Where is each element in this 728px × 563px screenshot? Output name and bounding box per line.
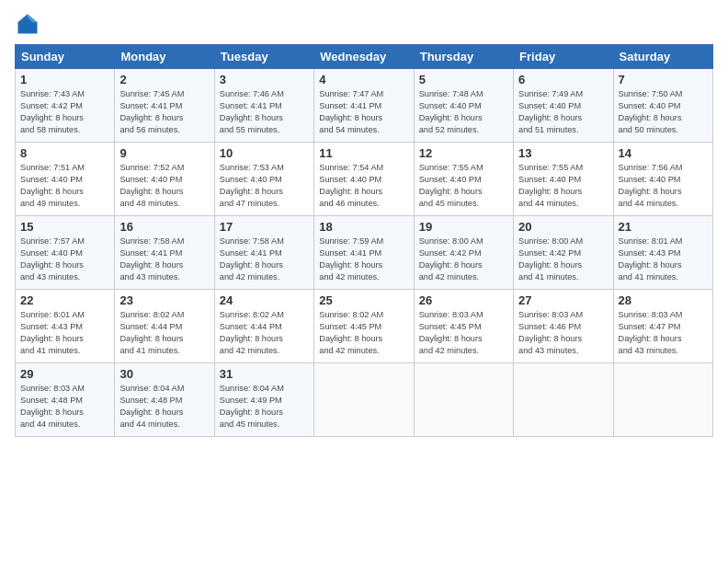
calendar-cell [314, 363, 414, 437]
calendar-cell: 22Sunrise: 8:01 AM Sunset: 4:43 PM Dayli… [16, 290, 115, 363]
calendar-cell: 20Sunrise: 8:00 AM Sunset: 4:42 PM Dayli… [514, 216, 613, 290]
calendar-cell: 2Sunrise: 7:45 AM Sunset: 4:41 PM Daylig… [115, 69, 214, 143]
cell-info: Sunrise: 7:46 AM Sunset: 4:41 PM Dayligh… [220, 88, 309, 136]
calendar-week-row: 15Sunrise: 7:57 AM Sunset: 4:40 PM Dayli… [16, 216, 713, 290]
cell-info: Sunrise: 8:02 AM Sunset: 4:44 PM Dayligh… [220, 309, 309, 357]
calendar-cell: 7Sunrise: 7:50 AM Sunset: 4:40 PM Daylig… [613, 69, 712, 143]
header [15, 11, 713, 37]
calendar-cell: 1Sunrise: 7:43 AM Sunset: 4:42 PM Daylig… [16, 69, 115, 143]
day-number: 15 [20, 220, 109, 234]
day-number: 8 [20, 146, 109, 160]
cell-info: Sunrise: 8:03 AM Sunset: 4:47 PM Dayligh… [619, 309, 708, 357]
day-number: 20 [518, 220, 608, 234]
weekday-header-cell: Friday [514, 45, 613, 69]
calendar-cell: 18Sunrise: 7:59 AM Sunset: 4:41 PM Dayli… [314, 216, 414, 290]
calendar-body: 1Sunrise: 7:43 AM Sunset: 4:42 PM Daylig… [16, 69, 713, 437]
day-number: 29 [20, 367, 109, 381]
day-number: 10 [220, 146, 309, 160]
weekday-header-cell: Tuesday [214, 45, 313, 69]
day-number: 11 [319, 146, 408, 160]
page-container: SundayMondayTuesdayWednesdayThursdayFrid… [0, 0, 728, 448]
day-number: 19 [419, 220, 508, 234]
day-number: 21 [619, 220, 708, 234]
calendar-cell: 11Sunrise: 7:54 AM Sunset: 4:40 PM Dayli… [314, 143, 414, 216]
calendar-cell [414, 363, 513, 437]
calendar-cell: 19Sunrise: 8:00 AM Sunset: 4:42 PM Dayli… [414, 216, 513, 290]
cell-info: Sunrise: 8:03 AM Sunset: 4:46 PM Dayligh… [518, 309, 608, 357]
cell-info: Sunrise: 8:02 AM Sunset: 4:45 PM Dayligh… [319, 309, 408, 357]
calendar-cell: 30Sunrise: 8:04 AM Sunset: 4:48 PM Dayli… [115, 363, 214, 437]
weekday-header-cell: Thursday [414, 45, 513, 69]
cell-info: Sunrise: 7:45 AM Sunset: 4:41 PM Dayligh… [119, 88, 209, 136]
day-number: 26 [419, 293, 508, 307]
calendar-cell: 9Sunrise: 7:52 AM Sunset: 4:40 PM Daylig… [115, 143, 214, 216]
calendar-cell: 17Sunrise: 7:58 AM Sunset: 4:41 PM Dayli… [214, 216, 313, 290]
calendar-cell: 15Sunrise: 7:57 AM Sunset: 4:40 PM Dayli… [16, 216, 115, 290]
day-number: 3 [220, 73, 309, 86]
weekday-header-cell: Sunday [16, 45, 115, 69]
cell-info: Sunrise: 7:51 AM Sunset: 4:40 PM Dayligh… [20, 162, 109, 210]
cell-info: Sunrise: 7:47 AM Sunset: 4:41 PM Dayligh… [319, 88, 408, 136]
calendar-cell: 5Sunrise: 7:48 AM Sunset: 4:40 PM Daylig… [414, 69, 513, 143]
cell-info: Sunrise: 7:43 AM Sunset: 4:42 PM Dayligh… [20, 88, 109, 136]
day-number: 18 [319, 220, 408, 234]
calendar-cell: 8Sunrise: 7:51 AM Sunset: 4:40 PM Daylig… [16, 143, 115, 216]
cell-info: Sunrise: 7:59 AM Sunset: 4:41 PM Dayligh… [319, 236, 408, 283]
calendar-cell: 24Sunrise: 8:02 AM Sunset: 4:44 PM Dayli… [214, 290, 313, 363]
cell-info: Sunrise: 7:54 AM Sunset: 4:40 PM Dayligh… [319, 162, 408, 210]
day-number: 30 [119, 367, 209, 381]
cell-info: Sunrise: 7:58 AM Sunset: 4:41 PM Dayligh… [220, 236, 309, 283]
day-number: 16 [119, 220, 209, 234]
day-number: 9 [119, 146, 209, 160]
cell-info: Sunrise: 8:03 AM Sunset: 4:45 PM Dayligh… [419, 309, 508, 357]
logo-icon [15, 11, 40, 37]
day-number: 4 [319, 73, 408, 86]
cell-info: Sunrise: 7:52 AM Sunset: 4:40 PM Dayligh… [119, 162, 209, 210]
calendar-cell: 4Sunrise: 7:47 AM Sunset: 4:41 PM Daylig… [314, 69, 414, 143]
weekday-header-cell: Monday [115, 45, 214, 69]
calendar-cell: 26Sunrise: 8:03 AM Sunset: 4:45 PM Dayli… [414, 290, 513, 363]
day-number: 28 [619, 293, 708, 307]
cell-info: Sunrise: 8:04 AM Sunset: 4:48 PM Dayligh… [119, 383, 209, 431]
day-number: 25 [319, 293, 408, 307]
cell-info: Sunrise: 8:00 AM Sunset: 4:42 PM Dayligh… [518, 236, 608, 283]
day-number: 27 [518, 293, 608, 307]
cell-info: Sunrise: 8:01 AM Sunset: 4:43 PM Dayligh… [619, 236, 708, 283]
day-number: 31 [220, 367, 309, 381]
day-number: 24 [220, 293, 309, 307]
cell-info: Sunrise: 7:53 AM Sunset: 4:40 PM Dayligh… [220, 162, 309, 210]
calendar-cell: 3Sunrise: 7:46 AM Sunset: 4:41 PM Daylig… [214, 69, 313, 143]
day-number: 14 [619, 146, 708, 160]
cell-info: Sunrise: 8:02 AM Sunset: 4:44 PM Dayligh… [119, 309, 209, 357]
cell-info: Sunrise: 7:57 AM Sunset: 4:40 PM Dayligh… [20, 236, 109, 283]
cell-info: Sunrise: 7:55 AM Sunset: 4:40 PM Dayligh… [419, 162, 508, 210]
calendar-cell: 6Sunrise: 7:49 AM Sunset: 4:40 PM Daylig… [514, 69, 613, 143]
weekday-header-row: SundayMondayTuesdayWednesdayThursdayFrid… [16, 45, 713, 69]
calendar-week-row: 22Sunrise: 8:01 AM Sunset: 4:43 PM Dayli… [16, 290, 713, 363]
cell-info: Sunrise: 8:01 AM Sunset: 4:43 PM Dayligh… [20, 309, 109, 357]
calendar-week-row: 29Sunrise: 8:03 AM Sunset: 4:48 PM Dayli… [16, 363, 713, 437]
calendar-table: SundayMondayTuesdayWednesdayThursdayFrid… [15, 44, 713, 437]
calendar-cell: 27Sunrise: 8:03 AM Sunset: 4:46 PM Dayli… [514, 290, 613, 363]
calendar-cell: 28Sunrise: 8:03 AM Sunset: 4:47 PM Dayli… [613, 290, 712, 363]
day-number: 23 [119, 293, 209, 307]
day-number: 22 [20, 293, 109, 307]
day-number: 2 [119, 73, 209, 86]
cell-info: Sunrise: 8:00 AM Sunset: 4:42 PM Dayligh… [419, 236, 508, 283]
day-number: 6 [518, 73, 608, 86]
cell-info: Sunrise: 7:50 AM Sunset: 4:40 PM Dayligh… [619, 88, 708, 136]
day-number: 5 [419, 73, 508, 86]
calendar-cell [514, 363, 613, 437]
calendar-cell: 10Sunrise: 7:53 AM Sunset: 4:40 PM Dayli… [214, 143, 313, 216]
calendar-cell: 29Sunrise: 8:03 AM Sunset: 4:48 PM Dayli… [16, 363, 115, 437]
calendar-week-row: 8Sunrise: 7:51 AM Sunset: 4:40 PM Daylig… [16, 143, 713, 216]
calendar-cell: 31Sunrise: 8:04 AM Sunset: 4:49 PM Dayli… [214, 363, 313, 437]
calendar-cell: 12Sunrise: 7:55 AM Sunset: 4:40 PM Dayli… [414, 143, 513, 216]
calendar-cell: 13Sunrise: 7:55 AM Sunset: 4:40 PM Dayli… [514, 143, 613, 216]
calendar-cell: 25Sunrise: 8:02 AM Sunset: 4:45 PM Dayli… [314, 290, 414, 363]
day-number: 1 [20, 73, 109, 86]
calendar-cell: 14Sunrise: 7:56 AM Sunset: 4:40 PM Dayli… [613, 143, 712, 216]
weekday-header-cell: Wednesday [314, 45, 414, 69]
day-number: 7 [619, 73, 708, 86]
cell-info: Sunrise: 7:48 AM Sunset: 4:40 PM Dayligh… [419, 88, 508, 136]
